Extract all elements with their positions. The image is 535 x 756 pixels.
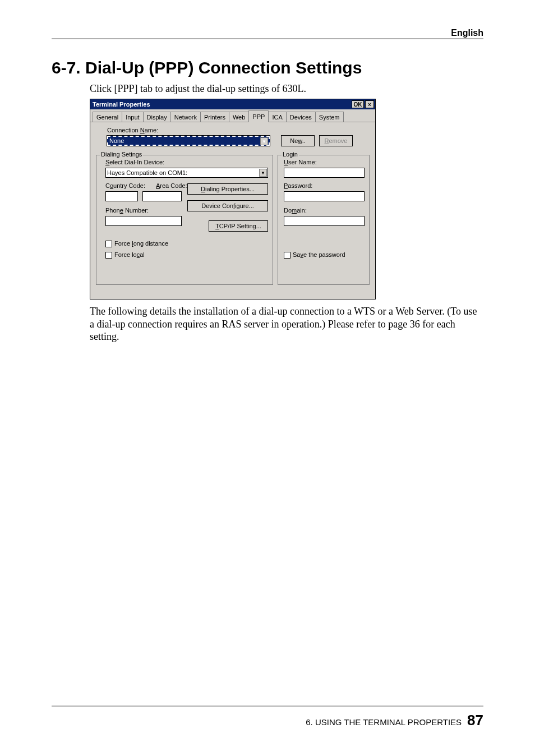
- connection-name-combo[interactable]: None ▼: [107, 136, 270, 146]
- body-paragraph: The following details the installation o…: [90, 305, 483, 343]
- tab-system[interactable]: System: [315, 112, 344, 122]
- dialing-properties-button[interactable]: Dialing Properties...: [187, 183, 268, 195]
- domain-input[interactable]: [284, 216, 365, 226]
- chevron-down-icon[interactable]: ▼: [259, 169, 267, 177]
- dialog-terminal-properties: Terminal Properties OK × General Input D…: [90, 99, 376, 299]
- domain-label: Domain:: [284, 207, 307, 214]
- footer-divider: [52, 706, 483, 707]
- area-code-input[interactable]: [142, 191, 182, 201]
- force-local-label: Force local: [114, 251, 145, 258]
- tab-printers[interactable]: Printers: [200, 112, 229, 122]
- tab-display[interactable]: Display: [143, 112, 171, 122]
- user-name-label: User Name:: [284, 159, 317, 165]
- select-dialin-label: Select Dial-In Device:: [105, 159, 164, 165]
- login-legend: Login: [282, 151, 299, 158]
- save-password-label: Save the password: [293, 251, 345, 258]
- ok-button[interactable]: OK: [352, 100, 364, 108]
- device-configure-button[interactable]: Device Configure...: [187, 200, 268, 211]
- footer-page-number: 87: [467, 712, 483, 729]
- tab-devices[interactable]: Devices: [286, 112, 316, 122]
- dialin-device-combo[interactable]: Hayes Compatible on COM1: ▼: [105, 168, 268, 178]
- phone-number-label: Phone Number:: [105, 207, 149, 214]
- tab-ica[interactable]: ICA: [268, 112, 286, 122]
- phone-number-input[interactable]: [105, 216, 182, 226]
- new-button[interactable]: New..: [281, 135, 315, 146]
- close-button[interactable]: ×: [365, 100, 374, 108]
- country-code-label: Country Code:: [105, 182, 145, 189]
- area-code-label: Area Code:: [156, 182, 187, 189]
- header-divider: [52, 38, 483, 39]
- tab-input[interactable]: Input: [122, 112, 143, 122]
- password-label: Password:: [284, 182, 312, 189]
- tab-ppp[interactable]: PPP: [248, 110, 269, 122]
- tab-general[interactable]: General: [93, 112, 122, 122]
- save-password-checkbox[interactable]: [284, 252, 290, 259]
- dialing-settings-group: Dialing Setings Select Dial-In Device: H…: [96, 155, 273, 285]
- dialog-titlebar: Terminal Properties OK ×: [90, 99, 375, 109]
- header-language: English: [451, 28, 483, 38]
- dialing-settings-legend: Dialing Setings: [100, 151, 143, 158]
- password-input[interactable]: [284, 191, 365, 201]
- tab-network[interactable]: Network: [170, 112, 201, 122]
- login-group: Login User Name: Password: Domain: Save …: [278, 155, 370, 285]
- force-long-distance-label: Force long distance: [114, 240, 168, 247]
- tab-web[interactable]: Web: [229, 112, 249, 122]
- section-title: 6-7. Dial-Up (PPP) Connection Settings: [52, 58, 362, 77]
- page-footer: 6. USING THE TERMINAL PROPERTIES 87: [306, 712, 483, 729]
- user-name-input[interactable]: [284, 168, 365, 178]
- intro-text: Click [PPP] tab to adjust the dial-up se…: [90, 83, 306, 95]
- dialog-panel: Connection Name: None ▼ New.. Remove Dia…: [90, 122, 375, 301]
- tcpip-setting-button[interactable]: TCP/IP Setting...: [209, 220, 268, 232]
- footer-chapter: 6. USING THE TERMINAL PROPERTIES: [306, 717, 462, 727]
- country-code-input[interactable]: [105, 191, 138, 201]
- force-long-distance-checkbox[interactable]: [105, 241, 112, 247]
- tab-strip: General Input Display Network Printers W…: [90, 109, 375, 122]
- force-local-checkbox[interactable]: [105, 252, 112, 259]
- chevron-down-icon[interactable]: ▼: [260, 137, 268, 145]
- connection-name-label: Connection Name:: [107, 127, 158, 133]
- remove-button[interactable]: Remove: [319, 135, 353, 146]
- dialog-title: Terminal Properties: [91, 101, 350, 108]
